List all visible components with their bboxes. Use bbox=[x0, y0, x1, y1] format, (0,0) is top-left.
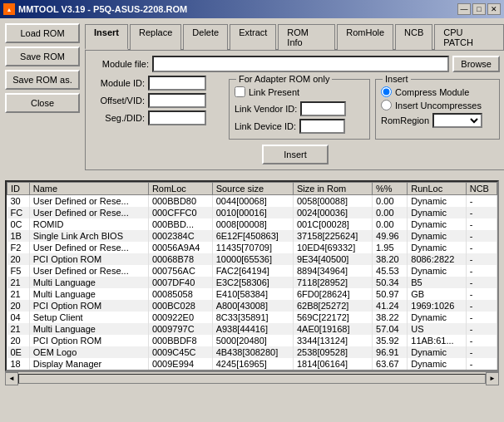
cell-ncb: - bbox=[466, 242, 497, 253]
cell-pct: 38.20 bbox=[373, 253, 408, 265]
cell-id: 18 bbox=[7, 358, 30, 370]
compress-module-radio[interactable] bbox=[381, 86, 392, 97]
col-name: Name bbox=[29, 183, 148, 195]
cell-name: User Defined or Rese... bbox=[29, 207, 148, 218]
tab-romhole[interactable]: RomHole bbox=[337, 24, 393, 50]
table-row[interactable]: 20 PCI Option ROM 00068B78 10000[65536] … bbox=[7, 253, 497, 265]
tab-bar: Insert Replace Delete Extract ROM Info R… bbox=[85, 23, 504, 51]
cell-id: 21 bbox=[7, 288, 30, 300]
table-row[interactable]: 04 Setup Client 000922E0 8C33[35891] 569… bbox=[7, 312, 497, 323]
maximize-button[interactable]: □ bbox=[472, 3, 486, 15]
col-ncb: NCB bbox=[466, 183, 497, 195]
module-id-label: Module ID: bbox=[91, 78, 145, 88]
cell-ncb: - bbox=[466, 265, 497, 277]
cell-runloc: 11AB:61... bbox=[408, 335, 466, 346]
table-row[interactable]: 30 User Defined or Rese... 000BBD80 0044… bbox=[7, 195, 497, 208]
cell-sourcesize: 4B438[308280] bbox=[212, 346, 293, 358]
cell-ncb: - bbox=[466, 195, 497, 208]
module-table: ID Name RomLoc Source size Size in Rom %… bbox=[7, 182, 497, 370]
link-vendor-id-input[interactable] bbox=[300, 101, 346, 116]
close-button[interactable]: Close bbox=[5, 93, 80, 113]
cell-romloc: 000756AC bbox=[148, 265, 212, 277]
cell-romloc: 0009E994 bbox=[148, 358, 212, 370]
module-file-label: Module file: bbox=[91, 59, 149, 69]
cell-sourcesize: 11435[70709] bbox=[212, 242, 293, 253]
tab-insert[interactable]: Insert bbox=[85, 24, 128, 50]
cell-id: 21 bbox=[7, 323, 30, 335]
cell-runloc: Dynamic bbox=[408, 358, 466, 370]
table-row[interactable]: 0E OEM Logo 0009C45C 4B438[308280] 2538[… bbox=[7, 346, 497, 358]
tab-ncb[interactable]: NCB bbox=[395, 24, 432, 50]
insert-button[interactable]: Insert bbox=[262, 145, 329, 164]
table-row[interactable]: 21 Multi Language 00085058 E410[58384] 6… bbox=[7, 288, 497, 300]
link-present-checkbox[interactable] bbox=[235, 86, 245, 97]
table-row[interactable]: 21 Multi Language 0007DF40 E3C2[58306] 7… bbox=[7, 277, 497, 288]
cell-ncb: - bbox=[466, 358, 497, 370]
rom-region-select[interactable] bbox=[432, 113, 482, 128]
module-file-input[interactable] bbox=[152, 56, 449, 72]
cell-romloc: 000BBD80 bbox=[148, 195, 212, 208]
tab-rom-info[interactable]: ROM Info bbox=[278, 24, 335, 50]
tab-extract[interactable]: Extract bbox=[230, 24, 276, 50]
cell-pct: 49.96 bbox=[373, 230, 408, 242]
cell-romloc: 00056A9A4 bbox=[148, 242, 212, 253]
cell-pct: 96.91 bbox=[373, 346, 408, 358]
title-bar: ▲ MMTOOL V3.19 - P5Q-ASUS-2208.ROM — □ ✕ bbox=[0, 0, 504, 18]
cell-ncb: - bbox=[466, 312, 497, 323]
cell-romloc: 000CFFC0 bbox=[148, 207, 212, 218]
scroll-right-button[interactable]: ► bbox=[486, 372, 499, 385]
tab-replace[interactable]: Replace bbox=[130, 24, 181, 50]
table-row[interactable]: F5 User Defined or Rese... 000756AC FAC2… bbox=[7, 265, 497, 277]
load-rom-button[interactable]: Load ROM bbox=[5, 23, 80, 43]
cell-runloc: Dynamic bbox=[408, 195, 466, 208]
table-row[interactable]: 20 PCI Option ROM 000BBDF8 5000[20480] 3… bbox=[7, 335, 497, 346]
link-present-label: Link Present bbox=[249, 87, 299, 97]
scroll-track[interactable] bbox=[18, 374, 486, 384]
table-row[interactable]: 20 PCI Option ROM 000BC028 A800[43008] 6… bbox=[7, 300, 497, 312]
cell-ncb: - bbox=[466, 253, 497, 265]
cell-runloc: Dynamic bbox=[408, 242, 466, 253]
horizontal-scrollbar[interactable]: ◄ ► bbox=[5, 371, 499, 385]
scroll-left-button[interactable]: ◄ bbox=[5, 372, 18, 385]
cell-pct: 1.95 bbox=[373, 242, 408, 253]
seg-did-input[interactable] bbox=[148, 110, 206, 125]
right-panel: Insert Replace Delete Extract ROM Info R… bbox=[85, 23, 504, 170]
tab-content-insert: Module file: Browse Module ID: Offset/VI… bbox=[85, 51, 504, 170]
insert-uncompressed-radio[interactable] bbox=[381, 100, 392, 110]
minimize-button[interactable]: — bbox=[457, 3, 471, 15]
cell-sizeinrom: 2538[09528] bbox=[293, 346, 372, 358]
offset-vid-input[interactable] bbox=[148, 93, 206, 108]
cell-pct: 0.00 bbox=[373, 207, 408, 218]
cell-id: 20 bbox=[7, 335, 30, 346]
col-romloc: RomLoc bbox=[148, 183, 212, 195]
cell-ncb: - bbox=[466, 335, 497, 346]
table-row[interactable]: F2 User Defined or Rese... 00056A9A4 114… bbox=[7, 242, 497, 253]
browse-button[interactable]: Browse bbox=[452, 56, 500, 72]
cell-romloc: 000BBDF8 bbox=[148, 335, 212, 346]
cell-pct: 63.67 bbox=[373, 358, 408, 370]
save-rom-button[interactable]: Save ROM bbox=[5, 47, 80, 66]
table-row[interactable]: 0C ROMID 000BBD... 0008[00008] 001C[0002… bbox=[7, 218, 497, 230]
insert-group-title: Insert bbox=[383, 74, 411, 84]
window-close-button[interactable]: ✕ bbox=[487, 3, 501, 15]
cell-pct: 41.24 bbox=[373, 300, 408, 312]
module-id-input[interactable] bbox=[148, 76, 206, 91]
tab-delete[interactable]: Delete bbox=[183, 24, 228, 50]
link-device-id-input[interactable] bbox=[299, 119, 345, 134]
table-row[interactable]: FC User Defined or Rese... 000CFFC0 0010… bbox=[7, 207, 497, 218]
cell-sourcesize: E410[58384] bbox=[212, 288, 293, 300]
cell-name: Display Manager bbox=[29, 358, 148, 370]
cell-sourcesize: 6E12F[450863] bbox=[212, 230, 293, 242]
cell-id: 30 bbox=[7, 195, 30, 208]
cell-name: PCI Option ROM bbox=[29, 300, 148, 312]
cell-sizeinrom: 7118[28952] bbox=[293, 277, 372, 288]
table-row[interactable]: 18 Display Manager 0009E994 4245[16965] … bbox=[7, 358, 497, 370]
cell-sizeinrom: 001C[00028] bbox=[293, 218, 372, 230]
tab-cpu-patch[interactable]: CPU PATCH bbox=[434, 24, 504, 50]
cell-name: Multi Language bbox=[29, 323, 148, 335]
cell-runloc: 8086:2822 bbox=[408, 253, 466, 265]
table-row[interactable]: 21 Multi Language 0009797C A938[44416] 4… bbox=[7, 323, 497, 335]
save-rom-as-button[interactable]: Save ROM as. bbox=[5, 70, 80, 90]
module-table-container[interactable]: ID Name RomLoc Source size Size in Rom %… bbox=[5, 180, 499, 371]
table-row[interactable]: 1B Single Link Arch BIOS 0002384C 6E12F[… bbox=[7, 230, 497, 242]
